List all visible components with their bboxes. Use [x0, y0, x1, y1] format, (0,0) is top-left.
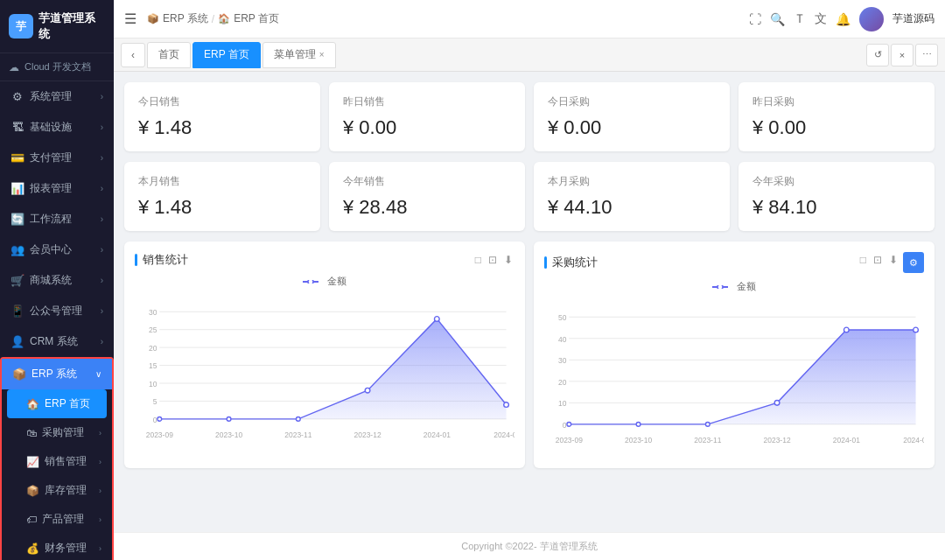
hamburger-button[interactable]: ☰	[124, 10, 136, 27]
nav-label: CRM 系统	[30, 334, 78, 349]
svg-text:20: 20	[149, 344, 158, 353]
sidebar-item-mp[interactable]: 📱公众号管理›	[0, 296, 114, 326]
stat-card-bottom-0: 本月销售¥ 1.48	[124, 162, 320, 231]
svg-text:30: 30	[149, 308, 158, 317]
search-icon[interactable]: 🔍	[770, 12, 785, 26]
stat-card-0: 今日销售¥ 1.48	[124, 82, 320, 151]
svg-text:2024-01: 2024-01	[833, 436, 860, 444]
tab-bar: ‹ 首页ERP 首页菜单管理× ↺ × ⋯	[114, 38, 945, 72]
svg-text:2023-11: 2023-11	[284, 430, 312, 439]
chart-settings-btn[interactable]: ⚙	[903, 252, 924, 273]
chart-canvas: 051015202530 2023-092023-102023-112023-1…	[135, 295, 514, 452]
tab-菜单管理[interactable]: 菜单管理×	[262, 42, 336, 68]
sidebar-item-sys[interactable]: ⚙系统管理›	[0, 81, 114, 112]
chart-icon-group: □ ⊡ ⬇	[473, 252, 514, 268]
cloud-doc-link[interactable]: ☁ Cloud 开发文档	[0, 53, 114, 81]
svg-point-1	[308, 280, 313, 284]
nav-icon: 📊	[10, 182, 24, 195]
tab-back-btn[interactable]: ‹	[121, 43, 145, 67]
sidebar-item-crm[interactable]: 👤CRM 系统›	[0, 326, 114, 357]
stat-card-bottom-3: 今年采购¥ 84.10	[738, 162, 934, 231]
chart-icon-square[interactable]: □	[473, 252, 483, 268]
sidebar-item-erp[interactable]: 📦ERP 系统∨	[2, 359, 112, 389]
sidebar-item-product[interactable]: 🏷产品管理›	[2, 505, 112, 534]
sidebar-item-finance[interactable]: 💰财务管理›	[2, 534, 112, 560]
sidebar-item-infra[interactable]: 🏗基础设施›	[0, 112, 114, 143]
tab-refresh-btn[interactable]: ↺	[866, 44, 889, 66]
stat-value: ¥ 0.00	[343, 116, 511, 139]
chevron-icon: ›	[101, 245, 103, 255]
sidebar-item-member[interactable]: 👥会员中心›	[0, 234, 114, 265]
nav-label: 系统管理	[30, 89, 72, 104]
font-icon[interactable]: Ｔ	[794, 11, 806, 27]
stat-label: 昨日销售	[343, 94, 511, 109]
svg-point-37	[636, 423, 640, 427]
chevron-icon: ›	[99, 515, 102, 524]
tab-close-btn[interactable]: ×	[891, 44, 914, 66]
svg-text:2023-10: 2023-10	[215, 430, 242, 439]
nav-icon: ⚙	[10, 90, 24, 103]
chevron-down-icon: ∨	[95, 369, 102, 379]
sidebar-item-purchase[interactable]: 🛍采购管理›	[2, 418, 112, 447]
svg-text:0: 0	[153, 416, 158, 424]
chart-download-icon[interactable]: ⬇	[502, 252, 514, 268]
nav-icon: 📈	[26, 456, 39, 468]
chart-icon-resize[interactable]: ⊡	[486, 252, 499, 268]
svg-text:2023-12: 2023-12	[354, 430, 381, 439]
stats-grid-top: 今日销售¥ 1.48昨日销售¥ 0.00今日采购¥ 0.00昨日采购¥ 0.00	[124, 82, 934, 151]
bell-icon[interactable]: 🔔	[836, 12, 850, 26]
nav-label: 工作流程	[30, 212, 72, 227]
chart-accent	[135, 254, 137, 266]
chart-download-icon[interactable]: ⬇	[887, 252, 900, 273]
sidebar-item-sales[interactable]: 📈销售管理›	[2, 447, 112, 476]
chevron-icon: ›	[99, 458, 102, 466]
sidebar-item-stock[interactable]: 📦库存管理›	[2, 476, 112, 505]
chevron-icon: ›	[101, 92, 103, 102]
tab-首页[interactable]: 首页	[147, 42, 191, 68]
tab-label: ERP 首页	[204, 47, 249, 62]
nav-icon: 📦	[12, 368, 26, 381]
stat-card-1: 昨日销售¥ 0.00	[329, 82, 525, 151]
nav-icon: 🛒	[10, 274, 24, 287]
sidebar-nav: ⚙系统管理›🏗基础设施›💳支付管理›📊报表管理›🔄工作流程›👥会员中心›🛒商城系…	[0, 81, 114, 560]
sidebar-item-report[interactable]: 📊报表管理›	[0, 173, 114, 204]
translate-icon[interactable]: 文	[815, 11, 827, 27]
chart-icon-group: □ ⊡ ⬇ ⚙	[858, 252, 924, 273]
expand-icon[interactable]: ⛶	[749, 12, 761, 26]
chart-icon-resize[interactable]: ⊡	[872, 252, 884, 273]
svg-point-40	[844, 327, 849, 332]
cloud-icon: ☁	[9, 61, 19, 74]
stats-grid-bottom: 本月销售¥ 1.48今年销售¥ 28.48本月采购¥ 44.10今年采购¥ 84…	[124, 162, 934, 231]
chevron-icon: ›	[99, 486, 102, 495]
svg-text:25: 25	[149, 326, 158, 334]
chart-title: 采购统计	[552, 255, 598, 270]
sidebar-item-workflow[interactable]: 🔄工作流程›	[0, 204, 114, 234]
chevron-icon: ›	[101, 122, 103, 132]
tab-label: 首页	[158, 47, 179, 62]
tab-close-icon[interactable]: ×	[319, 50, 325, 60]
nav-icon: 🛍	[26, 427, 37, 439]
breadcrumb-home: ERP 首页	[234, 11, 279, 26]
chart-accent	[544, 256, 547, 269]
sidebar-item-pay[interactable]: 💳支付管理›	[0, 143, 114, 173]
avatar[interactable]	[859, 7, 884, 32]
tabs-container: 首页ERP 首页菜单管理×	[147, 42, 336, 68]
nav-label: 商城系统	[30, 273, 72, 288]
tab-menu-btn[interactable]: ⋯	[915, 44, 938, 66]
svg-text:2023-10: 2023-10	[625, 436, 652, 444]
svg-point-11	[296, 417, 300, 422]
sidebar-item-mall[interactable]: 🛒商城系统›	[0, 265, 114, 296]
svg-point-41	[914, 327, 919, 332]
nav-label: 支付管理	[30, 150, 72, 165]
chart-svg: 01020304050 2023-092023-102023-112023-12…	[544, 300, 924, 458]
tab-ERP-首页[interactable]: ERP 首页	[192, 42, 261, 68]
chevron-icon: ›	[101, 306, 103, 316]
chart-canvas: 01020304050 2023-092023-102023-112023-12…	[544, 300, 924, 458]
svg-point-14	[504, 402, 509, 408]
chart-icon-square[interactable]: □	[858, 252, 868, 273]
chevron-icon: ›	[101, 337, 103, 346]
sidebar-logo[interactable]: 芋 芋道管理系统	[0, 0, 114, 53]
svg-text:5: 5	[153, 397, 158, 406]
sidebar-item-erp-home[interactable]: 🏠ERP 首页	[7, 389, 107, 418]
nav-icon: 👤	[10, 335, 24, 348]
